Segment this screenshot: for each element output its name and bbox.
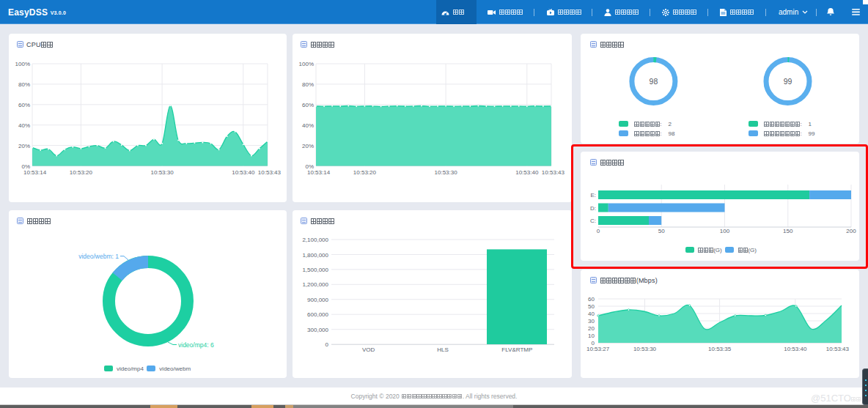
- svg-text:50: 50: [588, 303, 595, 310]
- svg-text:10:53:40: 10:53:40: [784, 346, 807, 352]
- svg-text:60%: 60%: [302, 102, 314, 108]
- svg-text:40%: 40%: [302, 122, 314, 129]
- svg-text:80%: 80%: [18, 81, 30, 88]
- svg-text:10:53:35: 10:53:35: [708, 346, 732, 352]
- svg-text:1,800,000: 1,800,000: [302, 252, 328, 259]
- svg-text:10:53:14: 10:53:14: [23, 169, 47, 176]
- svg-text:98: 98: [650, 77, 658, 86]
- svg-text:10:53:30: 10:53:30: [633, 346, 657, 352]
- svg-text:FLV&RTMP: FLV&RTMP: [501, 346, 532, 353]
- svg-text:video/webm: 1: video/webm: 1: [78, 253, 119, 260]
- svg-text:80%: 80%: [302, 81, 314, 88]
- svg-text:10:53:43: 10:53:43: [826, 346, 850, 352]
- svg-text:10:53:40: 10:53:40: [515, 169, 539, 176]
- svg-text:10:53:30: 10:53:30: [151, 169, 174, 176]
- svg-text:video/mp4: 6: video/mp4: 6: [178, 341, 214, 349]
- svg-text:30: 30: [588, 318, 595, 324]
- svg-text:20%: 20%: [302, 143, 314, 149]
- svg-text:40: 40: [588, 311, 595, 317]
- svg-text:60: 60: [588, 296, 595, 303]
- svg-text:40%: 40%: [18, 122, 30, 129]
- svg-text:10:53:14: 10:53:14: [307, 169, 331, 176]
- svg-text:10: 10: [588, 333, 595, 339]
- svg-text:0: 0: [326, 341, 329, 348]
- svg-text:900,000: 900,000: [307, 297, 328, 303]
- svg-text:10:53:40: 10:53:40: [232, 169, 255, 176]
- svg-text:10:53:20: 10:53:20: [353, 169, 377, 176]
- svg-text:100%: 100%: [15, 61, 30, 67]
- svg-text:60%: 60%: [18, 102, 30, 108]
- svg-text:10:53:20: 10:53:20: [70, 169, 93, 176]
- svg-text:VOD: VOD: [362, 346, 375, 353]
- svg-text:10:53:43: 10:53:43: [542, 169, 565, 176]
- svg-text:2,100,000: 2,100,000: [302, 237, 328, 243]
- svg-text:10:53:43: 10:53:43: [258, 169, 282, 176]
- svg-text:10:53:30: 10:53:30: [435, 169, 458, 176]
- svg-text:1,200,000: 1,200,000: [302, 281, 328, 288]
- svg-text:1,500,000: 1,500,000: [302, 267, 328, 273]
- svg-text:300,000: 300,000: [307, 327, 328, 333]
- svg-text:99: 99: [784, 77, 792, 86]
- svg-text:600,000: 600,000: [307, 311, 328, 318]
- svg-text:100%: 100%: [299, 61, 314, 67]
- svg-text:20%: 20%: [18, 143, 30, 149]
- svg-text:HLS: HLS: [437, 346, 449, 353]
- svg-text:10:53:27: 10:53:27: [586, 346, 610, 352]
- svg-text:20: 20: [588, 325, 595, 332]
